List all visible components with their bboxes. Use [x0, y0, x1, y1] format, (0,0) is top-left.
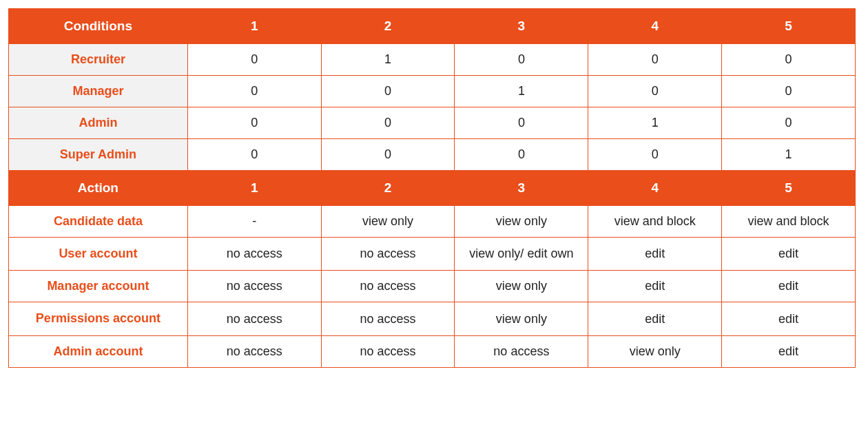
conditions-header-col-3: 3 [455, 9, 588, 44]
candidate-data-val-4: view and block [588, 206, 722, 238]
admin-account-val-1: no access [187, 335, 321, 367]
action-row-permissions-account: Permissions account no access no access … [9, 302, 856, 335]
user-account-val-2: no access [321, 238, 455, 271]
user-account-val-1: no access [187, 238, 321, 271]
user-account-val-3: view only/ edit own [455, 238, 588, 271]
action-header-col-4: 4 [588, 171, 722, 206]
condition-row-recruiter: Recruiter 0 1 0 0 0 [9, 44, 856, 76]
action-header-col-1: 1 [187, 171, 321, 206]
decision-table: Conditions 1 2 3 4 5 Recruiter 0 1 0 0 0… [8, 8, 856, 368]
admin-account-val-4: view only [588, 335, 722, 367]
action-header-col-5: 5 [722, 171, 856, 206]
condition-row-admin: Admin 0 0 0 1 0 [9, 107, 856, 139]
manager-account-val-3: view only [455, 271, 588, 302]
super-admin-val-1: 0 [187, 139, 321, 171]
action-row-candidate-data: Candidate data - view only view only vie… [9, 206, 856, 238]
permissions-account-val-4: edit [588, 302, 722, 335]
condition-row-manager: Manager 0 0 1 0 0 [9, 76, 856, 107]
super-admin-val-4: 0 [588, 139, 722, 171]
permissions-account-val-2: no access [321, 302, 455, 335]
manager-val-1: 0 [187, 76, 321, 107]
admin-account-val-2: no access [321, 335, 455, 367]
action-header-col-3: 3 [455, 171, 588, 206]
admin-account-label: Admin account [9, 335, 188, 367]
super-admin-val-3: 0 [455, 139, 588, 171]
candidate-data-label: Candidate data [9, 206, 188, 238]
condition-row-super-admin: Super Admin 0 0 0 0 1 [9, 139, 856, 171]
candidate-data-val-2: view only [321, 206, 455, 238]
recruiter-label: Recruiter [9, 44, 188, 76]
candidate-data-val-3: view only [455, 206, 588, 238]
super-admin-val-5: 1 [722, 139, 856, 171]
manager-account-label: Manager account [9, 271, 188, 302]
admin-val-2: 0 [321, 107, 455, 139]
admin-val-3: 0 [455, 107, 588, 139]
recruiter-val-4: 0 [588, 44, 722, 76]
permissions-account-val-5: edit [722, 302, 856, 335]
super-admin-val-2: 0 [321, 139, 455, 171]
manager-label: Manager [9, 76, 188, 107]
conditions-header-col-1: 1 [187, 9, 321, 44]
manager-val-4: 0 [588, 76, 722, 107]
recruiter-val-1: 0 [187, 44, 321, 76]
manager-val-3: 1 [455, 76, 588, 107]
permissions-account-val-1: no access [187, 302, 321, 335]
conditions-header-col-4: 4 [588, 9, 722, 44]
admin-account-val-3: no access [455, 335, 588, 367]
permissions-account-val-3: view only [455, 302, 588, 335]
action-row-admin-account: Admin account no access no access no acc… [9, 335, 856, 367]
conditions-header-col-2: 2 [321, 9, 455, 44]
action-header-col-2: 2 [321, 171, 455, 206]
admin-val-1: 0 [187, 107, 321, 139]
manager-val-2: 0 [321, 76, 455, 107]
candidate-data-val-5: view and block [722, 206, 856, 238]
candidate-data-val-1: - [187, 206, 321, 238]
manager-account-val-1: no access [187, 271, 321, 302]
permissions-account-label: Permissions account [9, 302, 188, 335]
manager-account-val-2: no access [321, 271, 455, 302]
user-account-label: User account [9, 238, 188, 271]
admin-val-5: 0 [722, 107, 856, 139]
manager-val-5: 0 [722, 76, 856, 107]
admin-label: Admin [9, 107, 188, 139]
conditions-header-label: Conditions [9, 9, 188, 44]
admin-val-4: 1 [588, 107, 722, 139]
action-row-manager-account: Manager account no access no access view… [9, 271, 856, 302]
conditions-header-row: Conditions 1 2 3 4 5 [9, 9, 856, 44]
user-account-val-4: edit [588, 238, 722, 271]
recruiter-val-2: 1 [321, 44, 455, 76]
conditions-header-col-5: 5 [722, 9, 856, 44]
super-admin-label: Super Admin [9, 139, 188, 171]
manager-account-val-5: edit [722, 271, 856, 302]
action-row-user-account: User account no access no access view on… [9, 238, 856, 271]
admin-account-val-5: edit [722, 335, 856, 367]
manager-account-val-4: edit [588, 271, 722, 302]
recruiter-val-5: 0 [722, 44, 856, 76]
action-header-row: Action 1 2 3 4 5 [9, 171, 856, 206]
recruiter-val-3: 0 [455, 44, 588, 76]
user-account-val-5: edit [722, 238, 856, 271]
action-header-label: Action [9, 171, 188, 206]
